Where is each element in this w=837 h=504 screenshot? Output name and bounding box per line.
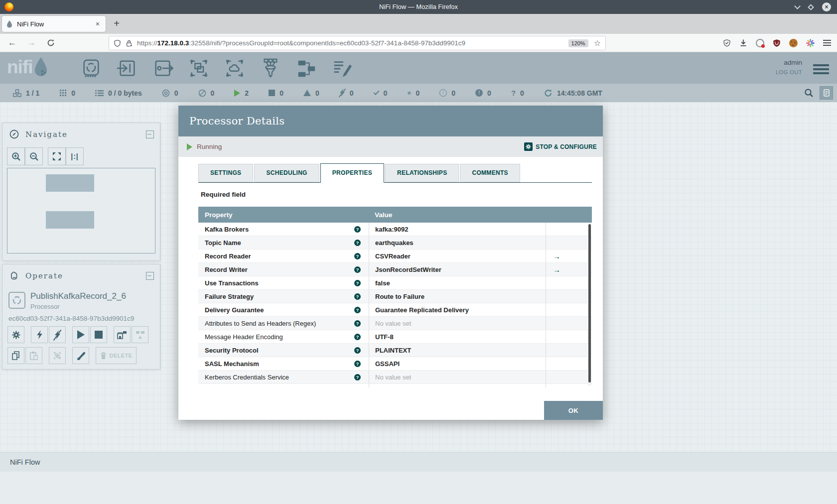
zoom-actual-size-button[interactable]: |:| — [66, 147, 84, 165]
disable-button[interactable] — [49, 326, 66, 343]
bookmark-star-icon[interactable]: ☆ — [594, 38, 601, 48]
start-button[interactable] — [72, 326, 89, 343]
tab-comments[interactable]: COMMENTS — [460, 164, 520, 182]
pocket-shield-icon[interactable] — [723, 39, 731, 47]
input-port-tool-icon[interactable] — [116, 57, 139, 80]
refresh-icon[interactable] — [544, 89, 553, 97]
remote-process-group-tool-icon[interactable] — [223, 57, 246, 80]
property-value: JsonRecordSetWriter — [369, 263, 546, 276]
stop-configure-gear-icon — [524, 142, 533, 151]
url-text[interactable]: https://172.18.0.3:32558/nifi/?processGr… — [137, 39, 568, 47]
window-close-icon[interactable]: × — [822, 2, 831, 11]
property-value: UTF-8 — [369, 330, 546, 343]
dial og-header: Processor Details — [178, 106, 603, 136]
stop-button[interactable] — [90, 326, 107, 343]
go-to-service-icon[interactable]: → — [546, 250, 592, 262]
firefox-window: NiFi Flow — Mozilla Firefox × NiFi Flow … — [0, 0, 837, 504]
tab-close-icon[interactable]: × — [94, 20, 102, 28]
firefox-menu-icon[interactable] — [823, 38, 831, 47]
page-zoom-indicator[interactable]: 120% — [568, 39, 588, 47]
browser-tab-bar: NiFi Flow × + — [0, 14, 837, 34]
copy-button[interactable] — [7, 347, 24, 364]
new-tab-button[interactable]: + — [110, 17, 124, 31]
funnel-tool-icon[interactable] — [259, 57, 282, 80]
navigate-collapse-icon[interactable]: − — [146, 130, 154, 138]
ublock-extension-icon[interactable] — [773, 39, 781, 47]
paste-button[interactable] — [25, 347, 42, 364]
back-button-icon[interactable]: ← — [8, 38, 16, 48]
label-tool-icon[interactable] — [331, 57, 354, 80]
extension-disabled-icon[interactable] — [756, 39, 764, 47]
selected-component-id: ec60cd03-52f7-341a-8458-97b3dd9901c9 — [8, 315, 134, 322]
stop-and-configure-button[interactable]: STOP & CONFIGURE — [524, 142, 597, 151]
url-bar[interactable]: https://172.18.0.3:32558/nifi/?processGr… — [109, 36, 606, 50]
help-icon[interactable]: ? — [354, 253, 361, 259]
property-value: No value set — [369, 317, 546, 330]
dialog-title: Processor Details — [189, 115, 284, 127]
minimap-processor-rect — [46, 211, 94, 229]
processor-details-dialog: Processor Details Running STOP & CONFIGU… — [178, 106, 603, 420]
delete-button[interactable]: DELETE — [96, 347, 137, 364]
breadcrumb-root-link[interactable]: NiFi Flow — [10, 458, 40, 466]
tab-scheduling[interactable]: SCHEDULING — [254, 164, 319, 182]
tracking-shield-icon[interactable] — [114, 39, 121, 47]
zoom-fit-button[interactable] — [48, 147, 66, 165]
browser-navbar: ← → https://172.18.0.3:32558/nifi/?proce… — [0, 34, 837, 52]
ok-button[interactable]: OK — [544, 401, 603, 420]
bulletin-board-button[interactable] — [820, 86, 833, 100]
go-to-service-icon[interactable]: → — [546, 263, 592, 276]
window-restore-icon[interactable] — [808, 4, 814, 10]
configure-button[interactable] — [7, 326, 24, 343]
process-group-tool-icon[interactable] — [187, 57, 210, 80]
processor-tool-icon[interactable] — [80, 57, 103, 80]
navigate-panel: Navigate − |:| — [2, 123, 160, 261]
table-row: Delivery Guarantee? Guarantee Replicated… — [198, 303, 592, 317]
output-port-tool-icon[interactable] — [151, 57, 174, 80]
tab-settings[interactable]: SETTINGS — [198, 164, 253, 182]
help-icon[interactable]: ? — [354, 387, 361, 388]
running-icon — [234, 90, 240, 97]
help-icon[interactable]: ? — [354, 334, 361, 340]
enable-button[interactable] — [31, 326, 48, 343]
help-icon[interactable]: ? — [354, 226, 361, 233]
logout-link[interactable]: LOG OUT — [776, 69, 802, 75]
create-template-button[interactable] — [114, 326, 131, 343]
forward-button-icon[interactable]: → — [27, 38, 36, 48]
help-icon[interactable]: ? — [354, 240, 361, 246]
cookie-extension-icon[interactable] — [789, 39, 798, 47]
birdseye-minimap[interactable] — [7, 168, 155, 253]
search-icon[interactable] — [804, 88, 814, 98]
reload-icon[interactable] — [47, 39, 55, 47]
upload-template-button[interactable] — [132, 326, 148, 343]
zoom-out-button[interactable] — [25, 147, 43, 165]
tab-relationships[interactable]: RELATIONSHIPS — [385, 164, 459, 182]
selected-component-type: Processor — [30, 303, 60, 310]
nifi-favicon-icon — [6, 20, 13, 28]
group-button[interactable] — [49, 347, 66, 364]
table-scrollbar-thumb[interactable] — [588, 224, 591, 382]
lock-warning-icon[interactable] — [126, 39, 133, 47]
tab-properties[interactable]: PROPERTIES — [320, 163, 384, 183]
global-menu-icon[interactable] — [813, 62, 829, 76]
zoom-in-button[interactable] — [7, 147, 25, 165]
help-icon[interactable]: ? — [354, 307, 361, 313]
download-icon[interactable] — [739, 39, 747, 47]
help-icon[interactable]: ? — [354, 293, 361, 300]
help-icon[interactable]: ? — [354, 280, 361, 286]
up-to-date-icon — [373, 89, 379, 95]
help-icon[interactable]: ? — [354, 361, 361, 367]
help-icon[interactable]: ? — [354, 320, 361, 327]
window-menu-chevron-icon[interactable] — [794, 3, 801, 9]
help-icon[interactable]: ? — [354, 266, 361, 273]
fill-color-button[interactable] — [72, 347, 89, 364]
colorful-extension-icon[interactable] — [806, 39, 815, 47]
operate-collapse-icon[interactable]: − — [146, 272, 154, 280]
value-column-header: Value — [369, 211, 546, 219]
help-icon[interactable]: ? — [354, 347, 361, 354]
browser-tab[interactable]: NiFi Flow × — [2, 16, 106, 32]
stale-icon: ↑ — [439, 89, 447, 97]
help-icon[interactable]: ? — [354, 374, 361, 380]
component-toolbar — [80, 57, 354, 80]
table-row: Record Writer? JsonRecordSetWriter → — [198, 263, 592, 276]
template-tool-icon[interactable] — [295, 57, 318, 80]
